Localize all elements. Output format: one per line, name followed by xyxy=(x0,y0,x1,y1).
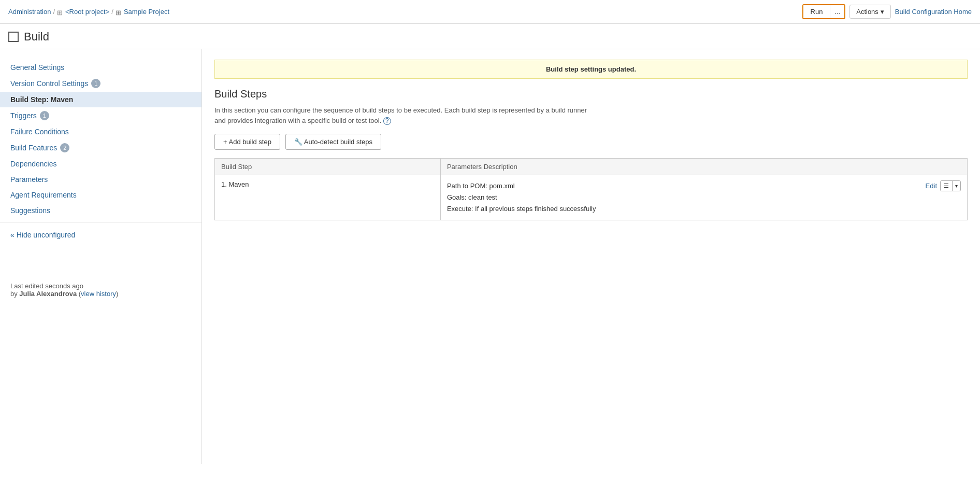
sidebar-triggers-badge: 1 xyxy=(40,111,49,120)
step-name-label: Maven xyxy=(228,180,249,188)
page-title-bar: Build xyxy=(0,24,980,49)
table-row: 1. Maven Path to POM: pom.xml Goals: cle… xyxy=(215,175,968,220)
sidebar-item-parameters[interactable]: Parameters xyxy=(0,172,201,187)
sidebar-item-version-control-settings[interactable]: Version Control Settings 1 xyxy=(0,75,201,92)
path-to-pom: Path to POM: pom.xml xyxy=(447,180,596,192)
section-title: Build Steps xyxy=(214,88,968,100)
add-build-step-label: + Add build step xyxy=(223,138,271,146)
actions-caret-icon: ▾ xyxy=(881,8,884,16)
sidebar-item-agent-requirements[interactable]: Agent Requirements xyxy=(0,187,201,203)
goals: Goals: clean test xyxy=(447,192,596,203)
actions-label: Actions xyxy=(856,8,878,16)
more-button-icon[interactable]: ☰ xyxy=(941,181,953,191)
table-col1-header: Build Step xyxy=(215,159,441,175)
sidebar-item-build-features[interactable]: Build Features 2 xyxy=(0,139,201,156)
run-button[interactable]: Run xyxy=(803,5,831,18)
description-line2: and provides integration with a specific… xyxy=(214,117,381,124)
params-cell-content: Path to POM: pom.xml Goals: clean test E… xyxy=(447,180,961,215)
step-number-name: 1. Maven xyxy=(221,180,249,188)
table-step-cell: 1. Maven xyxy=(215,175,441,220)
auto-detect-build-steps-button[interactable]: 🔧 Auto-detect build steps xyxy=(285,134,381,150)
section-description: In this section you can configure the se… xyxy=(214,105,629,125)
breadcrumb-sep2: / xyxy=(111,8,113,16)
sidebar-build-features-label: Build Features xyxy=(10,144,57,152)
table-params-cell: Path to POM: pom.xml Goals: clean test E… xyxy=(440,175,967,220)
edit-link[interactable]: Edit xyxy=(926,182,937,190)
sidebar-build-features-badge: 2 xyxy=(60,143,69,152)
root-project-grid-icon xyxy=(57,9,63,15)
top-bar: Administration / <Root project> / Sample… xyxy=(0,0,980,24)
run-button-group: Run ... xyxy=(802,4,846,19)
build-configuration-home-link[interactable]: Build Configuration Home xyxy=(895,8,972,16)
sidebar-triggers-label: Triggers xyxy=(10,111,37,120)
description-line1: In this section you can configure the se… xyxy=(214,106,587,114)
step-number: 1. xyxy=(221,180,227,188)
sidebar-item-dependencies[interactable]: Dependencies xyxy=(0,156,201,172)
breadcrumb-sep1: / xyxy=(53,8,55,16)
sidebar-version-control-badge: 1 xyxy=(91,79,100,88)
editor-name: Julia Alexandrova xyxy=(19,290,77,298)
sidebar-item-failure-conditions[interactable]: Failure Conditions xyxy=(0,124,201,139)
sidebar-dependencies-label: Dependencies xyxy=(10,160,57,168)
params-actions: Edit ☰ ▾ xyxy=(926,180,961,191)
footer-paren-close: ) xyxy=(116,290,118,298)
sidebar-item-general-settings[interactable]: General Settings xyxy=(0,60,201,75)
sidebar-item-suggestions[interactable]: Suggestions xyxy=(0,203,201,218)
sidebar-version-control-label: Version Control Settings xyxy=(10,79,88,88)
sidebar-failure-conditions-label: Failure Conditions xyxy=(10,128,69,136)
sidebar-divider xyxy=(0,222,201,223)
auto-detect-label: 🔧 Auto-detect build steps xyxy=(294,138,372,146)
actions-button[interactable]: Actions ▾ xyxy=(849,5,891,19)
breadcrumb-administration[interactable]: Administration xyxy=(8,8,51,16)
last-edited-label: Last edited xyxy=(10,282,44,290)
sidebar: General Settings Version Control Setting… xyxy=(0,49,202,464)
build-steps-table: Build Step Parameters Description 1. Mav… xyxy=(214,158,968,220)
params-text: Path to POM: pom.xml Goals: clean test E… xyxy=(447,180,596,215)
build-icon xyxy=(8,32,19,42)
breadcrumb-sample-project[interactable]: Sample Project xyxy=(124,8,169,16)
top-bar-right: Run ... Actions ▾ Build Configuration Ho… xyxy=(802,4,972,19)
breadcrumb-root-project[interactable]: <Root project> xyxy=(65,8,109,16)
last-edited-time: seconds ago xyxy=(45,282,83,290)
editor-by: by xyxy=(10,290,19,298)
notification-bar: Build step settings updated. xyxy=(214,60,968,79)
sidebar-footer: Last edited seconds ago by Julia Alexand… xyxy=(0,274,201,306)
run-dropdown-button[interactable]: ... xyxy=(830,5,844,18)
sidebar-build-step-maven-label: Build Step: Maven xyxy=(10,95,73,104)
execute: Execute: If all previous steps finished … xyxy=(447,203,596,215)
more-button[interactable]: ☰ ▾ xyxy=(940,180,961,191)
table-col2-header: Parameters Description xyxy=(440,159,967,175)
sidebar-item-triggers[interactable]: Triggers 1 xyxy=(0,107,201,124)
sidebar-general-settings-label: General Settings xyxy=(10,63,64,72)
sidebar-suggestions-label: Suggestions xyxy=(10,206,50,215)
add-build-step-button[interactable]: + Add build step xyxy=(214,134,280,150)
button-bar: + Add build step 🔧 Auto-detect build ste… xyxy=(214,134,968,150)
sidebar-parameters-label: Parameters xyxy=(10,175,48,184)
page-title: Build xyxy=(24,30,49,44)
sidebar-item-build-step-maven[interactable]: Build Step: Maven xyxy=(0,92,201,107)
notification-message: Build step settings updated. xyxy=(546,65,636,73)
view-history-link[interactable]: view history xyxy=(81,290,116,298)
sidebar-agent-requirements-label: Agent Requirements xyxy=(10,191,77,199)
main-layout: General Settings Version Control Setting… xyxy=(0,49,980,464)
main-content: Build step settings updated. Build Steps… xyxy=(202,49,980,464)
breadcrumb: Administration / <Root project> / Sample… xyxy=(8,8,169,16)
help-link[interactable]: ? xyxy=(383,117,391,125)
sample-project-grid-icon xyxy=(116,9,122,15)
more-button-caret-icon[interactable]: ▾ xyxy=(953,181,960,190)
sidebar-hide-unconfigured[interactable]: « Hide unconfigured xyxy=(0,227,201,243)
